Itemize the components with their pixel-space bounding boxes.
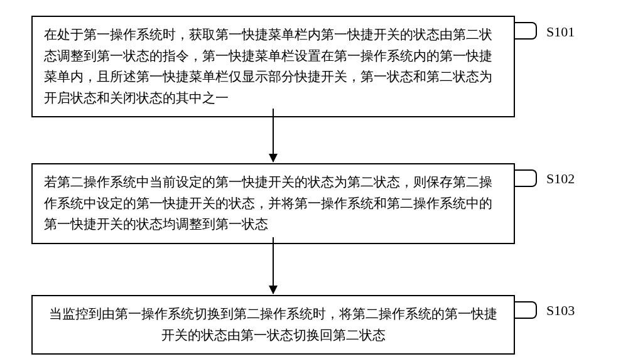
- connector-3: [515, 301, 537, 319]
- step-box-1: 在处于第一操作系统时，获取第一快捷菜单栏内第一快捷开关的状态由第二状态调整到第一…: [31, 16, 515, 117]
- step-text-1: 在处于第一操作系统时，获取第一快捷菜单栏内第一快捷开关的状态由第二状态调整到第一…: [44, 24, 502, 109]
- step-label-1: S101: [546, 24, 575, 40]
- flowchart-container: 在处于第一操作系统时，获取第一快捷菜单栏内第一快捷开关的状态由第二状态调整到第一…: [0, 0, 628, 364]
- connector-1: [515, 22, 537, 40]
- step-label-2: S102: [546, 171, 575, 187]
- step-box-3: 当监控到由第一操作系统切换到第二操作系统时，将第二操作系统的第一快捷开关的状态由…: [31, 295, 515, 355]
- arrow-1-to-2: [273, 109, 274, 162]
- connector-2: [515, 169, 537, 187]
- step-text-3: 当监控到由第一操作系统切换到第二操作系统时，将第二操作系统的第一快捷开关的状态由…: [44, 304, 502, 346]
- step-text-2: 若第二操作系统中当前设定的第一快捷开关的状态为第二状态，则保存第二操作系统中设定…: [44, 172, 502, 235]
- arrow-2-to-3: [273, 237, 274, 294]
- step-label-3: S103: [546, 302, 575, 319]
- step-box-2: 若第二操作系统中当前设定的第一快捷开关的状态为第二状态，则保存第二操作系统中设定…: [31, 163, 515, 244]
